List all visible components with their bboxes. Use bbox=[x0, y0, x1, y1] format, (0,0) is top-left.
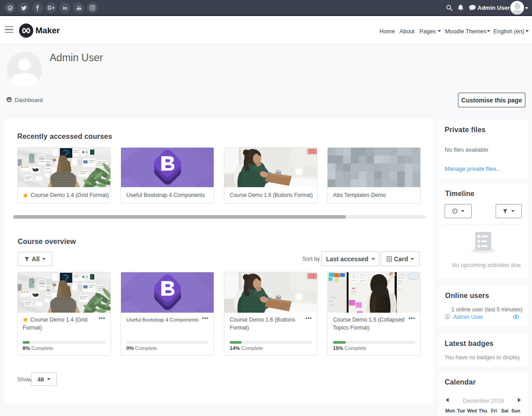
svg-text:Tube: Tube bbox=[77, 8, 81, 10]
svg-text:You: You bbox=[77, 6, 81, 8]
